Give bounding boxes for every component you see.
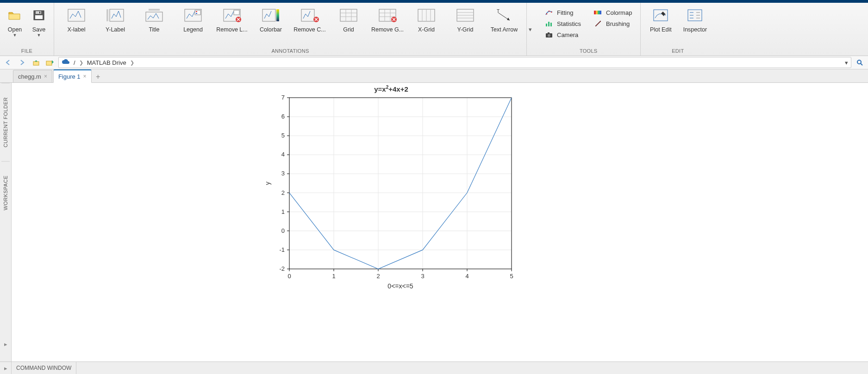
nav-up-button[interactable] <box>31 57 42 68</box>
remove-colorbar-button[interactable]: Remove C... <box>290 5 329 47</box>
colormap-icon <box>594 9 602 16</box>
svg-rect-11 <box>196 11 197 12</box>
grid-icon <box>338 7 359 24</box>
open-label: Open <box>8 26 22 33</box>
path-dropdown[interactable]: ▾ <box>845 59 848 66</box>
text-arrow-button[interactable]: TText Arrow <box>485 5 524 47</box>
svg-rect-18 <box>301 9 314 21</box>
svg-rect-2 <box>35 15 43 19</box>
svg-text:y: y <box>264 182 271 185</box>
editor-tab-bar: chegg.m × Figure 1 × + <box>0 69 868 83</box>
colormap-button[interactable]: Colormap <box>590 7 636 18</box>
svg-rect-38 <box>599 11 601 14</box>
svg-rect-30 <box>548 22 550 26</box>
save-button[interactable]: Save ▼ <box>27 5 51 47</box>
tab-figure1[interactable]: Figure 1 × <box>53 69 92 83</box>
new-tab-button[interactable]: + <box>93 71 104 82</box>
legend-icon <box>183 7 203 24</box>
svg-point-33 <box>548 34 550 37</box>
nav-back-button[interactable] <box>3 57 14 68</box>
ann-label: Text Arrow <box>491 26 518 33</box>
annotations-group: X-labelY-LabelTitleLegendRemove L...Colo… <box>54 3 527 56</box>
file-group: Open ▼ Save ▼ FILE <box>0 3 54 56</box>
plot-edit-button[interactable]: Plot Edit <box>643 5 678 47</box>
remove-grid-icon <box>377 7 398 24</box>
svg-text:1: 1 <box>281 208 285 215</box>
svg-text:7: 7 <box>281 94 285 101</box>
ann-label: Colorbar <box>260 26 282 33</box>
svg-text:3: 3 <box>421 273 424 280</box>
svg-rect-31 <box>550 23 552 26</box>
command-expand-button[interactable]: ▸ <box>0 362 12 374</box>
remove-grid-button[interactable]: Remove G... <box>368 5 407 47</box>
side-tab-current-folder[interactable]: CURRENT FOLDER <box>1 83 10 161</box>
chart-title: y=x2+4x+2 <box>262 85 521 93</box>
side-panel-tabs: CURRENT FOLDER WORKSPACE <box>0 83 12 362</box>
svg-text:3: 3 <box>281 170 285 177</box>
path-root: / <box>74 59 75 66</box>
svg-text:-2: -2 <box>279 265 285 272</box>
statistics-label: Statistics <box>557 20 581 27</box>
edit-group: Plot Edit Inspector EDIT <box>641 3 715 56</box>
xgrid-button[interactable]: X-Grid <box>407 5 446 47</box>
fitting-button[interactable]: Fitting <box>541 7 585 18</box>
ygrid-button[interactable]: Y-Grid <box>446 5 485 47</box>
cloud-icon <box>62 59 70 67</box>
chart: y=x2+4x+2 012345-2-1012345670<=x<=5y <box>262 83 521 287</box>
search-icon[interactable] <box>854 57 865 68</box>
svg-rect-37 <box>598 11 599 14</box>
svg-rect-17 <box>276 9 279 21</box>
side-tab-workspace[interactable]: WORKSPACE <box>1 161 10 224</box>
ylabel-button[interactable]: Y-Label <box>96 5 135 47</box>
xlabel-icon <box>66 7 87 24</box>
ann-label: Legend <box>183 26 203 33</box>
svg-text:2: 2 <box>376 273 380 280</box>
legend-button[interactable]: Legend <box>174 5 212 47</box>
statistics-button[interactable]: Statistics <box>541 19 585 29</box>
tab-chegg[interactable]: chegg.m × <box>13 70 52 82</box>
plot-edit-label: Plot Edit <box>650 26 672 33</box>
svg-point-28 <box>551 12 552 13</box>
annotations-caption: ANNOTATIONS <box>271 48 309 54</box>
floppy-disk-icon <box>29 7 49 24</box>
close-icon[interactable]: × <box>44 73 47 80</box>
remove-legend-button[interactable]: Remove L... <box>212 5 251 47</box>
xlabel-button[interactable]: X-label <box>57 5 96 47</box>
svg-text:5: 5 <box>281 132 285 139</box>
path-input[interactable]: / ❯ MATLAB Drive ❯ ▾ <box>58 57 851 68</box>
side-expand-button[interactable]: ▸ <box>0 339 11 349</box>
brushing-label: Brushing <box>606 20 630 27</box>
inspector-button[interactable]: Inspector <box>678 5 712 47</box>
chevron-right-icon: ❯ <box>79 60 83 66</box>
ann-label: Remove G... <box>371 26 404 33</box>
colorbar-button[interactable]: Colorbar <box>251 5 290 47</box>
ann-label: Title <box>149 26 159 33</box>
open-button[interactable]: Open ▼ <box>3 5 27 47</box>
ann-label: Y-Label <box>106 26 125 33</box>
ann-label: Y-Grid <box>457 26 474 33</box>
fitting-label: Fitting <box>557 9 573 16</box>
tab-label: Figure 1 <box>58 73 81 80</box>
nav-forward-button[interactable] <box>17 57 28 68</box>
tab-label: chegg.m <box>18 73 41 80</box>
camera-label: Camera <box>557 31 578 38</box>
close-icon[interactable]: × <box>83 73 87 80</box>
svg-rect-35 <box>594 11 596 14</box>
annotations-more-dropdown[interactable]: ▾ <box>527 3 534 56</box>
svg-point-27 <box>549 11 550 12</box>
svg-rect-60 <box>289 98 512 269</box>
path-segment-drive[interactable]: MATLAB Drive <box>87 59 126 66</box>
path-bar: / ❯ MATLAB Drive ❯ ▾ <box>0 56 868 69</box>
nav-browse-button[interactable] <box>44 57 56 68</box>
svg-rect-20 <box>340 9 357 21</box>
command-window-title[interactable]: COMMAND WINDOW <box>12 362 76 374</box>
brushing-button[interactable]: Brushing <box>590 19 636 29</box>
inspector-icon <box>685 7 705 24</box>
svg-text:4: 4 <box>465 273 468 280</box>
plot-svg: 012345-2-1012345670<=x<=5y <box>262 93 521 292</box>
plot-edit-icon <box>650 7 671 24</box>
title-button[interactable]: Title <box>135 5 174 47</box>
camera-button[interactable]: Camera <box>541 30 585 40</box>
grid-button[interactable]: Grid <box>329 5 368 47</box>
svg-rect-16 <box>262 9 275 21</box>
